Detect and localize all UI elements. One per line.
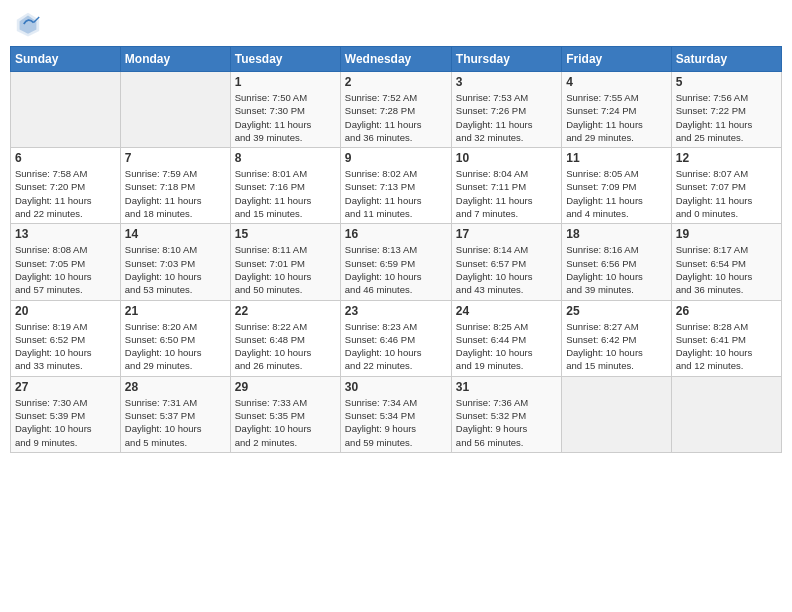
- day-detail: Sunrise: 7:36 AM Sunset: 5:32 PM Dayligh…: [456, 396, 557, 449]
- day-number: 6: [15, 151, 116, 165]
- calendar-cell: 4Sunrise: 7:55 AM Sunset: 7:24 PM Daylig…: [562, 72, 671, 148]
- day-number: 15: [235, 227, 336, 241]
- day-number: 8: [235, 151, 336, 165]
- calendar-cell: 10Sunrise: 8:04 AM Sunset: 7:11 PM Dayli…: [451, 148, 561, 224]
- day-number: 10: [456, 151, 557, 165]
- week-row-4: 20Sunrise: 8:19 AM Sunset: 6:52 PM Dayli…: [11, 300, 782, 376]
- day-detail: Sunrise: 8:20 AM Sunset: 6:50 PM Dayligh…: [125, 320, 226, 373]
- week-row-2: 6Sunrise: 7:58 AM Sunset: 7:20 PM Daylig…: [11, 148, 782, 224]
- day-detail: Sunrise: 8:13 AM Sunset: 6:59 PM Dayligh…: [345, 243, 447, 296]
- calendar-cell: 18Sunrise: 8:16 AM Sunset: 6:56 PM Dayli…: [562, 224, 671, 300]
- calendar-cell: 19Sunrise: 8:17 AM Sunset: 6:54 PM Dayli…: [671, 224, 781, 300]
- day-number: 26: [676, 304, 777, 318]
- day-number: 12: [676, 151, 777, 165]
- day-detail: Sunrise: 8:14 AM Sunset: 6:57 PM Dayligh…: [456, 243, 557, 296]
- day-detail: Sunrise: 8:23 AM Sunset: 6:46 PM Dayligh…: [345, 320, 447, 373]
- day-number: 30: [345, 380, 447, 394]
- calendar-cell: 24Sunrise: 8:25 AM Sunset: 6:44 PM Dayli…: [451, 300, 561, 376]
- calendar-cell: [11, 72, 121, 148]
- calendar-cell: [562, 376, 671, 452]
- week-row-3: 13Sunrise: 8:08 AM Sunset: 7:05 PM Dayli…: [11, 224, 782, 300]
- calendar-cell: [120, 72, 230, 148]
- page-header: [10, 10, 782, 38]
- day-detail: Sunrise: 7:58 AM Sunset: 7:20 PM Dayligh…: [15, 167, 116, 220]
- calendar-cell: 3Sunrise: 7:53 AM Sunset: 7:26 PM Daylig…: [451, 72, 561, 148]
- calendar-cell: 8Sunrise: 8:01 AM Sunset: 7:16 PM Daylig…: [230, 148, 340, 224]
- day-number: 4: [566, 75, 666, 89]
- calendar-table: SundayMondayTuesdayWednesdayThursdayFrid…: [10, 46, 782, 453]
- day-number: 1: [235, 75, 336, 89]
- day-number: 7: [125, 151, 226, 165]
- day-detail: Sunrise: 8:01 AM Sunset: 7:16 PM Dayligh…: [235, 167, 336, 220]
- calendar-cell: 31Sunrise: 7:36 AM Sunset: 5:32 PM Dayli…: [451, 376, 561, 452]
- day-detail: Sunrise: 8:16 AM Sunset: 6:56 PM Dayligh…: [566, 243, 666, 296]
- calendar-cell: 6Sunrise: 7:58 AM Sunset: 7:20 PM Daylig…: [11, 148, 121, 224]
- calendar-cell: 26Sunrise: 8:28 AM Sunset: 6:41 PM Dayli…: [671, 300, 781, 376]
- day-number: 31: [456, 380, 557, 394]
- day-detail: Sunrise: 8:19 AM Sunset: 6:52 PM Dayligh…: [15, 320, 116, 373]
- day-detail: Sunrise: 8:22 AM Sunset: 6:48 PM Dayligh…: [235, 320, 336, 373]
- weekday-header-thursday: Thursday: [451, 47, 561, 72]
- day-number: 28: [125, 380, 226, 394]
- calendar-cell: 9Sunrise: 8:02 AM Sunset: 7:13 PM Daylig…: [340, 148, 451, 224]
- day-detail: Sunrise: 8:10 AM Sunset: 7:03 PM Dayligh…: [125, 243, 226, 296]
- day-number: 29: [235, 380, 336, 394]
- day-detail: Sunrise: 8:11 AM Sunset: 7:01 PM Dayligh…: [235, 243, 336, 296]
- day-number: 23: [345, 304, 447, 318]
- calendar-cell: 20Sunrise: 8:19 AM Sunset: 6:52 PM Dayli…: [11, 300, 121, 376]
- weekday-header-saturday: Saturday: [671, 47, 781, 72]
- logo-icon: [14, 10, 42, 38]
- calendar-cell: 22Sunrise: 8:22 AM Sunset: 6:48 PM Dayli…: [230, 300, 340, 376]
- day-number: 19: [676, 227, 777, 241]
- calendar-cell: 17Sunrise: 8:14 AM Sunset: 6:57 PM Dayli…: [451, 224, 561, 300]
- day-number: 25: [566, 304, 666, 318]
- day-number: 27: [15, 380, 116, 394]
- day-number: 22: [235, 304, 336, 318]
- day-detail: Sunrise: 7:50 AM Sunset: 7:30 PM Dayligh…: [235, 91, 336, 144]
- weekday-header-row: SundayMondayTuesdayWednesdayThursdayFrid…: [11, 47, 782, 72]
- day-number: 3: [456, 75, 557, 89]
- day-detail: Sunrise: 7:33 AM Sunset: 5:35 PM Dayligh…: [235, 396, 336, 449]
- day-detail: Sunrise: 7:56 AM Sunset: 7:22 PM Dayligh…: [676, 91, 777, 144]
- calendar-cell: 5Sunrise: 7:56 AM Sunset: 7:22 PM Daylig…: [671, 72, 781, 148]
- day-detail: Sunrise: 7:31 AM Sunset: 5:37 PM Dayligh…: [125, 396, 226, 449]
- calendar-cell: [671, 376, 781, 452]
- calendar-cell: 27Sunrise: 7:30 AM Sunset: 5:39 PM Dayli…: [11, 376, 121, 452]
- day-detail: Sunrise: 8:25 AM Sunset: 6:44 PM Dayligh…: [456, 320, 557, 373]
- day-number: 16: [345, 227, 447, 241]
- day-detail: Sunrise: 7:59 AM Sunset: 7:18 PM Dayligh…: [125, 167, 226, 220]
- day-detail: Sunrise: 7:30 AM Sunset: 5:39 PM Dayligh…: [15, 396, 116, 449]
- day-number: 2: [345, 75, 447, 89]
- day-detail: Sunrise: 8:27 AM Sunset: 6:42 PM Dayligh…: [566, 320, 666, 373]
- day-number: 20: [15, 304, 116, 318]
- day-detail: Sunrise: 7:55 AM Sunset: 7:24 PM Dayligh…: [566, 91, 666, 144]
- day-detail: Sunrise: 8:07 AM Sunset: 7:07 PM Dayligh…: [676, 167, 777, 220]
- calendar-cell: 29Sunrise: 7:33 AM Sunset: 5:35 PM Dayli…: [230, 376, 340, 452]
- calendar-cell: 11Sunrise: 8:05 AM Sunset: 7:09 PM Dayli…: [562, 148, 671, 224]
- day-detail: Sunrise: 7:53 AM Sunset: 7:26 PM Dayligh…: [456, 91, 557, 144]
- logo: [14, 10, 46, 38]
- day-detail: Sunrise: 8:05 AM Sunset: 7:09 PM Dayligh…: [566, 167, 666, 220]
- calendar-cell: 13Sunrise: 8:08 AM Sunset: 7:05 PM Dayli…: [11, 224, 121, 300]
- calendar-cell: 15Sunrise: 8:11 AM Sunset: 7:01 PM Dayli…: [230, 224, 340, 300]
- calendar-cell: 23Sunrise: 8:23 AM Sunset: 6:46 PM Dayli…: [340, 300, 451, 376]
- calendar-cell: 16Sunrise: 8:13 AM Sunset: 6:59 PM Dayli…: [340, 224, 451, 300]
- day-detail: Sunrise: 8:17 AM Sunset: 6:54 PM Dayligh…: [676, 243, 777, 296]
- calendar-cell: 1Sunrise: 7:50 AM Sunset: 7:30 PM Daylig…: [230, 72, 340, 148]
- day-detail: Sunrise: 8:28 AM Sunset: 6:41 PM Dayligh…: [676, 320, 777, 373]
- day-detail: Sunrise: 8:04 AM Sunset: 7:11 PM Dayligh…: [456, 167, 557, 220]
- day-number: 5: [676, 75, 777, 89]
- calendar-cell: 14Sunrise: 8:10 AM Sunset: 7:03 PM Dayli…: [120, 224, 230, 300]
- weekday-header-sunday: Sunday: [11, 47, 121, 72]
- day-number: 18: [566, 227, 666, 241]
- calendar-cell: 30Sunrise: 7:34 AM Sunset: 5:34 PM Dayli…: [340, 376, 451, 452]
- day-detail: Sunrise: 8:08 AM Sunset: 7:05 PM Dayligh…: [15, 243, 116, 296]
- day-number: 11: [566, 151, 666, 165]
- day-number: 21: [125, 304, 226, 318]
- calendar-cell: 7Sunrise: 7:59 AM Sunset: 7:18 PM Daylig…: [120, 148, 230, 224]
- day-detail: Sunrise: 7:34 AM Sunset: 5:34 PM Dayligh…: [345, 396, 447, 449]
- calendar-cell: 12Sunrise: 8:07 AM Sunset: 7:07 PM Dayli…: [671, 148, 781, 224]
- calendar-cell: 21Sunrise: 8:20 AM Sunset: 6:50 PM Dayli…: [120, 300, 230, 376]
- week-row-1: 1Sunrise: 7:50 AM Sunset: 7:30 PM Daylig…: [11, 72, 782, 148]
- day-number: 9: [345, 151, 447, 165]
